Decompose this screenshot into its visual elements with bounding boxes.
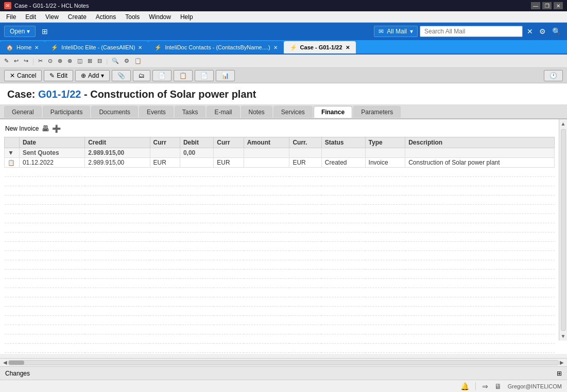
scroll-up-icon[interactable]: ▲	[559, 119, 567, 128]
clock-btn[interactable]: 🕐	[544, 70, 563, 81]
search-clear-icon[interactable]: ✕	[525, 25, 535, 38]
add-button[interactable]: ⊕ Add ▾	[75, 70, 110, 81]
tb-undo-btn[interactable]: ↩	[12, 57, 21, 65]
changes-bar: Changes ⊞	[0, 366, 567, 380]
nav-tab-general[interactable]: General	[4, 106, 42, 118]
nav-tab-email[interactable]: E-mail	[207, 106, 239, 118]
h-scroll-track[interactable]	[8, 360, 559, 365]
search-input[interactable]	[420, 26, 523, 37]
nav-tab-notes[interactable]: Notes	[241, 106, 272, 118]
empty-row	[5, 297, 555, 307]
menu-help[interactable]: Help	[176, 12, 197, 22]
open-button[interactable]: Open ▾	[4, 26, 36, 37]
tab-intelidoc-cases[interactable]: ⚡ InteliDoc Elite - (CasesAllEN) ✕	[45, 41, 148, 54]
group-desc-cell	[405, 148, 555, 158]
tab-home[interactable]: 🏠 Home ✕	[0, 41, 45, 54]
h-scroll-thumb[interactable]	[9, 361, 24, 365]
doc2-btn[interactable]: 📄	[195, 70, 214, 81]
chart-btn[interactable]: 📊	[216, 70, 235, 81]
bell-icon[interactable]: 🔔	[460, 382, 469, 390]
tb-delete-btn[interactable]: ⊗	[65, 57, 74, 65]
th-curr3: Curr.	[289, 137, 321, 148]
tab-home-close[interactable]: ✕	[35, 45, 39, 50]
grid-icon[interactable]: ⊞	[40, 25, 50, 38]
mail-icon: ✉	[379, 28, 384, 35]
nav-tab-events[interactable]: Events	[139, 106, 174, 118]
restore-button[interactable]: ❐	[542, 2, 552, 9]
close-button[interactable]: ✕	[554, 2, 563, 9]
tb-print-btn[interactable]: 📋	[132, 57, 144, 65]
edit-button[interactable]: ✎ Edit	[44, 70, 73, 81]
tb-select-btn[interactable]: ◫	[75, 57, 84, 65]
row-type-icon: 📋	[8, 159, 15, 166]
menu-view[interactable]: View	[41, 12, 63, 22]
open-label: Open	[10, 28, 25, 35]
nav-tab-documents[interactable]: Documents	[91, 106, 138, 118]
empty-row	[5, 316, 555, 325]
scroll-down-icon[interactable]: ▼	[559, 332, 567, 341]
minimize-button[interactable]: —	[531, 2, 540, 9]
tab-intelidoc-contacts-close[interactable]: ✕	[273, 45, 278, 50]
layers-btn[interactable]: 🗂	[133, 70, 150, 81]
chart-icon: 📊	[221, 72, 229, 79]
tb-redo-btn[interactable]: ↪	[22, 57, 30, 65]
second-toolbar: ✎ ↩ ↪ | ✂ ⊙ ⊕ ⊗ ◫ ⊞ ⊟ | 🔍 ⚙ 📋	[0, 55, 567, 68]
nav-tab-tasks[interactable]: Tasks	[175, 106, 206, 118]
tb-minus-btn[interactable]: ⊟	[95, 57, 104, 65]
tb-copy-btn[interactable]: ⊙	[46, 57, 55, 65]
case-name: Construction of Solar power plant	[90, 88, 256, 100]
menu-edit[interactable]: Edit	[21, 12, 40, 22]
window-controls[interactable]: — ❐ ✕	[531, 2, 563, 9]
attachment-icon: 📎	[117, 72, 125, 79]
tb-paste-btn[interactable]: ⊕	[56, 57, 64, 65]
th-debit: Debit	[180, 137, 213, 148]
doc-btn[interactable]: 📄	[152, 70, 171, 81]
search-go-icon[interactable]: 🔍	[550, 25, 563, 38]
menu-tools[interactable]: Tools	[121, 12, 144, 22]
scroll-left-icon[interactable]: ◀	[2, 360, 8, 365]
table-header-row: Date Credit Curr Debit Curr Amount Curr.…	[5, 137, 555, 148]
intelidoc-contacts-icon: ⚡	[154, 44, 162, 51]
search-filter-icon[interactable]: ⚙	[537, 25, 548, 38]
scroll-right-icon[interactable]: ▶	[559, 360, 565, 365]
mail-dropdown[interactable]: ✉ All Mail ▾	[374, 26, 418, 37]
nav-tab-parameters[interactable]: Parameters	[353, 106, 401, 118]
tb-grid-btn[interactable]: ⊞	[85, 57, 94, 65]
vertical-scrollbar[interactable]: ▲ ▼	[559, 119, 567, 341]
table-btn[interactable]: 📋	[174, 70, 193, 81]
empty-row	[5, 242, 555, 251]
group-row-sent-quotes[interactable]: ▼ Sent Quotes 2.989.915,00 0,00	[5, 148, 555, 158]
tab-intelidoc-contacts[interactable]: ⚡ InteliDoc Contacts - (ContactsByName..…	[148, 41, 283, 54]
horizontal-scrollbar[interactable]: ◀ ▶	[0, 358, 567, 366]
tab-case-g01[interactable]: ⚡ Case - G01-1/22 ✕	[284, 41, 356, 54]
tab-case-g01-close[interactable]: ✕	[346, 45, 350, 50]
nav-tab-participants[interactable]: Participants	[43, 106, 91, 118]
empty-row	[5, 270, 555, 279]
group-arrow-cell: ▼	[5, 148, 20, 158]
tab-intelidoc-cases-close[interactable]: ✕	[138, 45, 142, 50]
case-separator: -	[81, 88, 90, 100]
th-select	[5, 137, 20, 148]
case-g01-icon: ⚡	[290, 44, 297, 51]
clock-icon: 🕐	[549, 72, 557, 79]
tb-zoom-btn[interactable]: 🔍	[110, 57, 121, 65]
tb-cut-btn[interactable]: ✂	[36, 57, 45, 65]
changes-expand-icon[interactable]: ⊞	[557, 370, 562, 377]
print-icon[interactable]: 🖶	[42, 124, 49, 133]
tab-case-g01-label: Case - G01-1/22	[300, 44, 342, 50]
attachment-btn[interactable]: 📎	[112, 70, 131, 81]
cancel-button[interactable]: ✕ Cancel	[4, 70, 42, 81]
row-curr: EUR	[150, 158, 180, 168]
table-row[interactable]: 📋 01.12.2022 2.989.915,00 EUR EUR EUR Cr…	[5, 158, 555, 168]
add-invoice-icon[interactable]: ➕	[52, 124, 61, 133]
menu-actions[interactable]: Actions	[92, 12, 120, 22]
nav-tab-finance[interactable]: Finance	[314, 106, 352, 118]
top-toolbar: Open ▾ ⊞ ✉ All Mail ▾ ✕ ⚙ 🔍	[0, 23, 567, 40]
scroll-track[interactable]	[561, 129, 566, 331]
menu-create[interactable]: Create	[64, 12, 91, 22]
tb-settings-btn[interactable]: ⚙	[122, 57, 131, 65]
tb-edit-btn[interactable]: ✎	[2, 57, 11, 65]
menu-file[interactable]: File	[2, 12, 20, 22]
menu-window[interactable]: Window	[145, 12, 175, 22]
nav-tab-services[interactable]: Services	[273, 106, 313, 118]
